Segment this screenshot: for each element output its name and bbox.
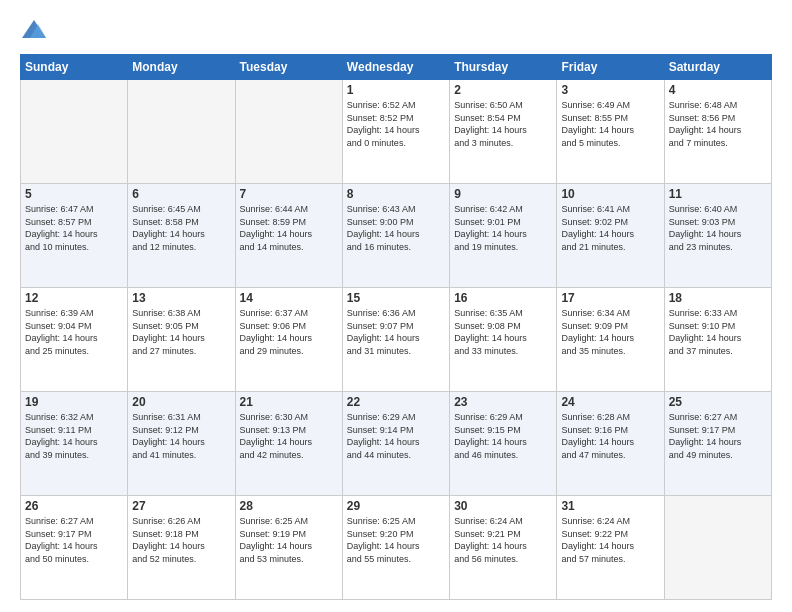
calendar-cell: 25Sunrise: 6:27 AM Sunset: 9:17 PM Dayli… [664,392,771,496]
calendar-row-3: 19Sunrise: 6:32 AM Sunset: 9:11 PM Dayli… [21,392,772,496]
day-info: Sunrise: 6:27 AM Sunset: 9:17 PM Dayligh… [25,515,123,565]
calendar-cell: 27Sunrise: 6:26 AM Sunset: 9:18 PM Dayli… [128,496,235,600]
day-number: 17 [561,291,659,305]
day-number: 6 [132,187,230,201]
calendar-cell: 11Sunrise: 6:40 AM Sunset: 9:03 PM Dayli… [664,184,771,288]
day-number: 20 [132,395,230,409]
page: SundayMondayTuesdayWednesdayThursdayFrid… [0,0,792,612]
calendar-cell: 21Sunrise: 6:30 AM Sunset: 9:13 PM Dayli… [235,392,342,496]
day-number: 28 [240,499,338,513]
day-info: Sunrise: 6:32 AM Sunset: 9:11 PM Dayligh… [25,411,123,461]
calendar-cell: 29Sunrise: 6:25 AM Sunset: 9:20 PM Dayli… [342,496,449,600]
calendar-cell: 23Sunrise: 6:29 AM Sunset: 9:15 PM Dayli… [450,392,557,496]
day-info: Sunrise: 6:30 AM Sunset: 9:13 PM Dayligh… [240,411,338,461]
day-info: Sunrise: 6:28 AM Sunset: 9:16 PM Dayligh… [561,411,659,461]
day-info: Sunrise: 6:40 AM Sunset: 9:03 PM Dayligh… [669,203,767,253]
calendar-cell: 1Sunrise: 6:52 AM Sunset: 8:52 PM Daylig… [342,80,449,184]
calendar-row-1: 5Sunrise: 6:47 AM Sunset: 8:57 PM Daylig… [21,184,772,288]
day-info: Sunrise: 6:34 AM Sunset: 9:09 PM Dayligh… [561,307,659,357]
calendar-cell: 28Sunrise: 6:25 AM Sunset: 9:19 PM Dayli… [235,496,342,600]
calendar-cell [128,80,235,184]
day-info: Sunrise: 6:41 AM Sunset: 9:02 PM Dayligh… [561,203,659,253]
day-number: 23 [454,395,552,409]
day-number: 11 [669,187,767,201]
calendar-cell: 8Sunrise: 6:43 AM Sunset: 9:00 PM Daylig… [342,184,449,288]
day-info: Sunrise: 6:48 AM Sunset: 8:56 PM Dayligh… [669,99,767,149]
day-number: 30 [454,499,552,513]
col-header-sunday: Sunday [21,55,128,80]
day-number: 3 [561,83,659,97]
calendar-cell [235,80,342,184]
day-info: Sunrise: 6:24 AM Sunset: 9:21 PM Dayligh… [454,515,552,565]
day-number: 18 [669,291,767,305]
day-number: 1 [347,83,445,97]
day-info: Sunrise: 6:42 AM Sunset: 9:01 PM Dayligh… [454,203,552,253]
day-number: 12 [25,291,123,305]
calendar-cell: 16Sunrise: 6:35 AM Sunset: 9:08 PM Dayli… [450,288,557,392]
day-number: 24 [561,395,659,409]
day-number: 13 [132,291,230,305]
logo [20,16,52,44]
day-info: Sunrise: 6:31 AM Sunset: 9:12 PM Dayligh… [132,411,230,461]
day-number: 22 [347,395,445,409]
day-info: Sunrise: 6:44 AM Sunset: 8:59 PM Dayligh… [240,203,338,253]
day-info: Sunrise: 6:33 AM Sunset: 9:10 PM Dayligh… [669,307,767,357]
day-info: Sunrise: 6:36 AM Sunset: 9:07 PM Dayligh… [347,307,445,357]
col-header-tuesday: Tuesday [235,55,342,80]
calendar-header-row: SundayMondayTuesdayWednesdayThursdayFrid… [21,55,772,80]
calendar-row-0: 1Sunrise: 6:52 AM Sunset: 8:52 PM Daylig… [21,80,772,184]
calendar-cell: 5Sunrise: 6:47 AM Sunset: 8:57 PM Daylig… [21,184,128,288]
day-info: Sunrise: 6:38 AM Sunset: 9:05 PM Dayligh… [132,307,230,357]
calendar-cell: 7Sunrise: 6:44 AM Sunset: 8:59 PM Daylig… [235,184,342,288]
day-number: 7 [240,187,338,201]
day-info: Sunrise: 6:25 AM Sunset: 9:19 PM Dayligh… [240,515,338,565]
day-number: 9 [454,187,552,201]
calendar-cell: 13Sunrise: 6:38 AM Sunset: 9:05 PM Dayli… [128,288,235,392]
calendar-cell: 10Sunrise: 6:41 AM Sunset: 9:02 PM Dayli… [557,184,664,288]
day-info: Sunrise: 6:52 AM Sunset: 8:52 PM Dayligh… [347,99,445,149]
day-number: 26 [25,499,123,513]
calendar-cell [664,496,771,600]
calendar-cell: 4Sunrise: 6:48 AM Sunset: 8:56 PM Daylig… [664,80,771,184]
day-info: Sunrise: 6:45 AM Sunset: 8:58 PM Dayligh… [132,203,230,253]
calendar-table: SundayMondayTuesdayWednesdayThursdayFrid… [20,54,772,600]
calendar-cell: 19Sunrise: 6:32 AM Sunset: 9:11 PM Dayli… [21,392,128,496]
day-info: Sunrise: 6:47 AM Sunset: 8:57 PM Dayligh… [25,203,123,253]
day-number: 31 [561,499,659,513]
header [20,16,772,44]
day-number: 4 [669,83,767,97]
day-number: 8 [347,187,445,201]
day-number: 21 [240,395,338,409]
calendar-cell: 22Sunrise: 6:29 AM Sunset: 9:14 PM Dayli… [342,392,449,496]
day-info: Sunrise: 6:37 AM Sunset: 9:06 PM Dayligh… [240,307,338,357]
calendar-cell: 31Sunrise: 6:24 AM Sunset: 9:22 PM Dayli… [557,496,664,600]
day-number: 5 [25,187,123,201]
calendar-cell: 14Sunrise: 6:37 AM Sunset: 9:06 PM Dayli… [235,288,342,392]
day-info: Sunrise: 6:29 AM Sunset: 9:15 PM Dayligh… [454,411,552,461]
col-header-wednesday: Wednesday [342,55,449,80]
day-info: Sunrise: 6:24 AM Sunset: 9:22 PM Dayligh… [561,515,659,565]
calendar-cell: 12Sunrise: 6:39 AM Sunset: 9:04 PM Dayli… [21,288,128,392]
calendar-cell [21,80,128,184]
day-info: Sunrise: 6:43 AM Sunset: 9:00 PM Dayligh… [347,203,445,253]
calendar-cell: 20Sunrise: 6:31 AM Sunset: 9:12 PM Dayli… [128,392,235,496]
day-number: 16 [454,291,552,305]
calendar-cell: 18Sunrise: 6:33 AM Sunset: 9:10 PM Dayli… [664,288,771,392]
calendar-cell: 9Sunrise: 6:42 AM Sunset: 9:01 PM Daylig… [450,184,557,288]
day-info: Sunrise: 6:35 AM Sunset: 9:08 PM Dayligh… [454,307,552,357]
calendar-cell: 17Sunrise: 6:34 AM Sunset: 9:09 PM Dayli… [557,288,664,392]
day-info: Sunrise: 6:27 AM Sunset: 9:17 PM Dayligh… [669,411,767,461]
day-number: 14 [240,291,338,305]
day-info: Sunrise: 6:26 AM Sunset: 9:18 PM Dayligh… [132,515,230,565]
calendar-cell: 2Sunrise: 6:50 AM Sunset: 8:54 PM Daylig… [450,80,557,184]
calendar-row-4: 26Sunrise: 6:27 AM Sunset: 9:17 PM Dayli… [21,496,772,600]
col-header-saturday: Saturday [664,55,771,80]
day-number: 29 [347,499,445,513]
day-number: 10 [561,187,659,201]
calendar-cell: 6Sunrise: 6:45 AM Sunset: 8:58 PM Daylig… [128,184,235,288]
day-info: Sunrise: 6:25 AM Sunset: 9:20 PM Dayligh… [347,515,445,565]
calendar-cell: 3Sunrise: 6:49 AM Sunset: 8:55 PM Daylig… [557,80,664,184]
day-info: Sunrise: 6:50 AM Sunset: 8:54 PM Dayligh… [454,99,552,149]
col-header-friday: Friday [557,55,664,80]
col-header-monday: Monday [128,55,235,80]
